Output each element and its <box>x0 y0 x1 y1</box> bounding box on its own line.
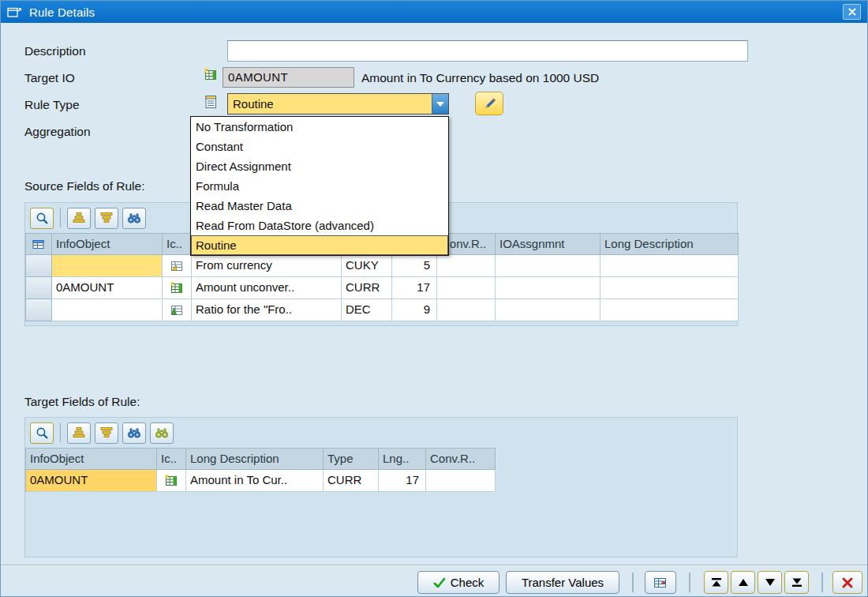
long-description2-cell[interactable] <box>600 299 739 321</box>
target-fields-table: InfoObject Ic.. Long Description Type Ln… <box>25 448 496 492</box>
dropdown-item[interactable]: Formula <box>191 176 448 196</box>
infoobject-cell[interactable] <box>52 255 163 277</box>
arrow-down-icon <box>765 577 776 588</box>
last-page-icon <box>791 577 803 588</box>
length-cell[interactable]: 5 <box>392 255 437 277</box>
field-selection-button[interactable] <box>30 422 54 444</box>
sort-descending-icon <box>99 426 114 439</box>
target-io-label: Target IO <box>24 71 75 85</box>
magnifier-icon <box>35 211 50 226</box>
find-button[interactable] <box>122 422 146 444</box>
row-selector[interactable] <box>26 299 52 321</box>
column-header[interactable]: Long Description <box>600 234 739 255</box>
conversion-routine-cell[interactable] <box>437 299 496 321</box>
target-io-field: 0AMOUNT <box>223 67 354 88</box>
arrow-up-icon <box>738 577 749 588</box>
edit-routine-button[interactable] <box>475 92 503 115</box>
infoobject-cell[interactable]: 0AMOUNT <box>26 470 157 492</box>
rule-type-label: Rule Type <box>24 98 80 112</box>
dropdown-item[interactable]: Direct Assignment <box>191 156 448 176</box>
target-fields-table-container: InfoObject Ic.. Long Description Type Ln… <box>24 417 738 558</box>
select-all-table-icon <box>32 239 45 250</box>
scroll-to-bottom-button[interactable] <box>784 571 809 594</box>
io-assignment-cell[interactable] <box>496 299 600 321</box>
column-header[interactable]: InfoObject <box>26 449 157 470</box>
field-selection-button[interactable] <box>30 208 54 229</box>
grid-maintenance-button[interactable] <box>645 571 676 594</box>
sort-descending-button[interactable] <box>95 208 118 229</box>
ratio-icon <box>163 299 192 321</box>
scroll-up-button[interactable] <box>731 571 755 594</box>
dropdown-item-selected[interactable]: Routine <box>191 235 448 255</box>
description-input[interactable] <box>227 40 748 62</box>
io-assignment-cell[interactable] <box>496 255 600 277</box>
type-cell[interactable]: CURR <box>342 277 392 299</box>
column-header[interactable]: Conv.R.. <box>426 449 496 470</box>
conversion-routine-cell[interactable] <box>437 255 496 277</box>
length-cell[interactable]: 17 <box>392 277 437 299</box>
combo-dropdown-button[interactable] <box>432 94 448 114</box>
io-assignment-cell[interactable] <box>496 277 600 299</box>
column-header[interactable]: InfoObject <box>52 234 163 255</box>
check-button[interactable]: Check <box>417 571 499 594</box>
select-all-cell[interactable] <box>26 234 52 255</box>
binoculars-icon <box>126 212 142 224</box>
toolbar-separator <box>60 423 61 442</box>
column-header[interactable]: Type <box>324 449 379 470</box>
rule-type-combobox[interactable]: Routine <box>227 93 449 115</box>
binoculars-next-icon <box>154 426 170 439</box>
column-header[interactable]: Ic.. <box>157 449 186 470</box>
dropdown-item[interactable]: Read From DataStore (advanced) <box>191 216 448 235</box>
magnifier-icon <box>35 426 50 441</box>
column-header[interactable]: Long Description <box>186 449 324 470</box>
pencil-icon <box>482 96 497 111</box>
description-label: Description <box>24 44 86 58</box>
scroll-down-button[interactable] <box>758 571 782 594</box>
conversion-routine-cell[interactable] <box>437 277 496 299</box>
long-description-cell[interactable]: From currency <box>192 255 342 277</box>
close-button[interactable] <box>843 4 861 20</box>
sort-ascending-button[interactable] <box>67 208 91 229</box>
infoobject-cell[interactable]: 0AMOUNT <box>52 277 163 299</box>
column-header[interactable]: IOAssgnmnt <box>496 234 600 255</box>
column-header[interactable]: Lng.. <box>379 449 426 470</box>
sort-descending-button[interactable] <box>95 422 118 444</box>
rule-list-icon <box>204 95 219 110</box>
dropdown-item[interactable]: Constant <box>191 137 448 156</box>
footer-separator <box>632 573 634 592</box>
currency-unit-icon <box>163 255 192 277</box>
sort-ascending-icon <box>72 426 86 439</box>
target-table-toolbar <box>25 418 737 448</box>
find-next-button[interactable] <box>150 422 174 444</box>
length-cell[interactable]: 17 <box>379 470 426 492</box>
row-selector[interactable] <box>26 255 52 277</box>
cancel-button[interactable] <box>832 571 862 594</box>
long-description2-cell[interactable] <box>600 255 739 277</box>
column-header[interactable]: Ic.. <box>163 234 192 255</box>
dropdown-item[interactable]: Read Master Data <box>191 196 448 216</box>
type-cell[interactable]: DEC <box>342 299 392 321</box>
transfer-values-button[interactable]: Transfer Values <box>506 571 619 594</box>
long-description-cell[interactable]: Amount unconver.. <box>192 277 342 299</box>
footer-separator <box>821 573 823 592</box>
conversion-routine-cell[interactable] <box>426 470 496 492</box>
long-description-cell[interactable]: Ratio for the "Fro.. <box>192 299 342 321</box>
row-selector[interactable] <box>26 277 52 299</box>
length-cell[interactable]: 9 <box>392 299 437 321</box>
key-figure-icon <box>204 68 219 81</box>
key-figure-icon <box>163 277 192 299</box>
sort-ascending-button[interactable] <box>67 422 91 444</box>
check-icon <box>433 577 446 588</box>
title-bar[interactable]: Rule Details <box>1 1 867 23</box>
dropdown-item[interactable]: No Transformation <box>191 117 448 137</box>
long-description-cell[interactable]: Amount in To Cur.. <box>186 470 324 492</box>
find-button[interactable] <box>122 208 146 229</box>
scroll-to-top-button[interactable] <box>704 571 728 594</box>
chevron-down-icon <box>436 102 444 107</box>
rule-type-value: Routine <box>228 94 432 114</box>
target-fields-title: Target Fields of Rule: <box>24 395 140 409</box>
infoobject-cell[interactable] <box>52 299 163 321</box>
long-description2-cell[interactable] <box>600 277 739 299</box>
type-cell[interactable]: CUKY <box>342 255 392 277</box>
type-cell[interactable]: CURR <box>324 470 379 492</box>
